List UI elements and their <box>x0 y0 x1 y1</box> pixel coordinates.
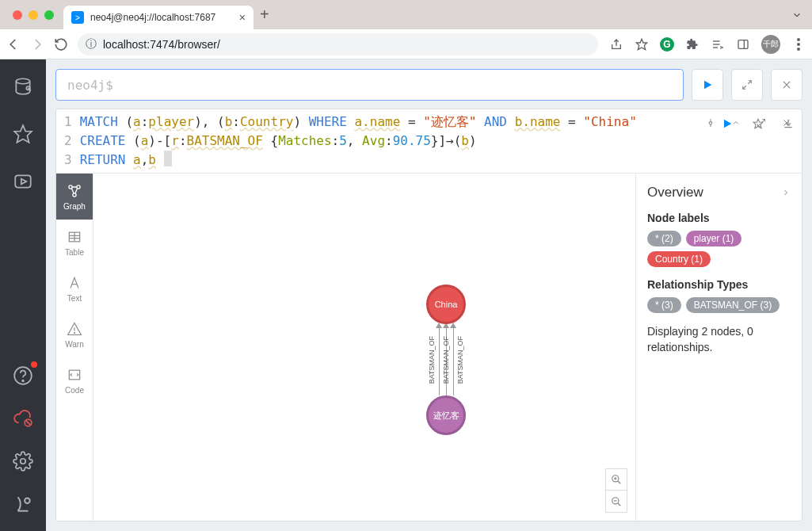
database-icon[interactable] <box>10 74 36 99</box>
neo4j-sidebar <box>0 59 46 531</box>
about-icon[interactable] <box>10 491 36 517</box>
view-tab-table[interactable]: Table <box>56 220 93 266</box>
svg-marker-11 <box>14 125 32 143</box>
settings-gear-icon[interactable] <box>10 449 36 474</box>
address-bar[interactable]: ⓘ localhost:7474/browser/ <box>78 33 598 55</box>
svg-line-53 <box>618 502 621 506</box>
tab-close-icon[interactable]: × <box>239 11 246 24</box>
profile-avatar[interactable]: 千郎 <box>761 35 780 54</box>
view-tab-graph[interactable]: Graph <box>56 174 93 220</box>
overview-title: Overview <box>647 185 703 201</box>
query-strip: neo4j$ <box>55 69 802 101</box>
query-input[interactable]: neo4j$ <box>55 69 684 101</box>
svg-marker-0 <box>636 39 646 49</box>
graph-canvas[interactable]: BATSMAN_OF BATSMAN_OF BATSMAN_OF China 迹… <box>93 174 635 521</box>
window-close[interactable] <box>13 10 22 20</box>
toolbar-right: G 千郎 <box>609 35 806 54</box>
svg-point-9 <box>16 78 29 84</box>
svg-line-17 <box>26 421 30 425</box>
relationship-edge[interactable] <box>439 324 440 395</box>
expand-icon[interactable] <box>756 117 767 128</box>
svg-point-7 <box>797 43 800 46</box>
zoom-out-button[interactable] <box>605 491 627 513</box>
view-tab-text[interactable]: Text <box>56 266 93 311</box>
browser-toolbar: ⓘ localhost:7474/browser/ G 千郎 <box>0 29 812 59</box>
overview-panel: Overview Node labels * (2)player (1)Coun… <box>635 174 802 521</box>
node-label-chips: * (2)player (1)Country (1) <box>647 231 791 267</box>
bookmark-star-icon[interactable] <box>635 37 649 52</box>
rel-type-chips: * (3)BATSMAN_OF (3) <box>647 297 791 313</box>
relationship-edge[interactable] <box>453 324 454 395</box>
playlist-icon[interactable] <box>711 37 725 52</box>
chip[interactable]: Country (1) <box>647 251 711 267</box>
view-tabs: Graph Table Text Warn <box>56 174 93 521</box>
result-frame: 1 2 3 MATCH (a:player), (b:Country) WHER… <box>55 109 802 521</box>
site-info-icon[interactable]: ⓘ <box>86 37 97 52</box>
svg-line-27 <box>758 124 761 127</box>
nav-forward-button[interactable] <box>30 37 46 52</box>
svg-point-15 <box>22 380 24 382</box>
chip[interactable]: BATSMAN_OF (3) <box>686 297 780 313</box>
relationship-label: BATSMAN_OF <box>456 336 464 384</box>
nav-reload-button[interactable] <box>54 37 70 52</box>
overview-collapse-icon[interactable] <box>781 188 791 197</box>
view-tab-code[interactable]: Code <box>56 357 93 403</box>
pin-icon[interactable] <box>705 117 716 128</box>
svg-line-22 <box>743 86 746 89</box>
svg-line-21 <box>748 81 751 84</box>
viz-row: Graph Table Text Warn <box>56 174 802 521</box>
new-tab-button[interactable]: + <box>260 6 269 24</box>
node-labels-heading: Node labels <box>647 212 791 224</box>
chip[interactable]: * (2) <box>647 231 681 246</box>
sidepanel-icon[interactable] <box>736 37 750 52</box>
tabs-collapse-icon[interactable] <box>791 10 802 21</box>
svg-rect-12 <box>15 175 31 187</box>
chip[interactable]: * (3) <box>647 297 681 313</box>
window-maximize[interactable] <box>44 10 54 20</box>
close-frame-icon[interactable] <box>781 117 792 128</box>
overview-footer: Displaying 2 nodes, 0 relationships. <box>647 324 791 355</box>
close-editor-button[interactable] <box>771 69 802 101</box>
browser-tab[interactable]: > neo4j@neo4j://localhost:7687 × <box>63 6 254 29</box>
kebab-menu-icon[interactable] <box>791 37 806 52</box>
svg-point-18 <box>21 459 26 464</box>
svg-point-8 <box>797 48 800 51</box>
nav-back-button[interactable] <box>6 37 22 52</box>
window-minimize[interactable] <box>29 10 38 20</box>
svg-point-45 <box>74 332 75 333</box>
code-body[interactable]: MATCH (a:player), (b:Country) WHERE a.na… <box>80 113 802 170</box>
query-prompt: neo4j$ <box>67 78 113 93</box>
cloud-sync-icon[interactable] <box>10 406 36 431</box>
url-text: localhost:7474/browser/ <box>103 38 220 51</box>
notification-dot <box>31 361 37 368</box>
relationship-label: BATSMAN_OF <box>428 336 436 384</box>
neo4j-content: neo4j$ <box>46 59 812 531</box>
svg-line-26 <box>762 120 765 123</box>
neo4j-app: neo4j$ <box>0 59 812 531</box>
fullscreen-button[interactable] <box>731 69 763 101</box>
graph-node-country[interactable]: China <box>426 285 466 324</box>
svg-line-37 <box>75 188 78 193</box>
favorites-star-icon[interactable] <box>10 121 36 147</box>
share-icon[interactable] <box>609 37 623 52</box>
guides-play-icon[interactable] <box>10 169 36 194</box>
help-icon[interactable] <box>10 363 36 388</box>
relationship-label: BATSMAN_OF <box>442 336 450 384</box>
svg-line-36 <box>71 188 74 193</box>
tab-favicon: > <box>71 11 84 24</box>
view-tab-warn[interactable]: Warn <box>56 311 93 357</box>
graph-node-player[interactable]: 迹忆客 <box>426 395 466 435</box>
frame-head <box>696 114 802 132</box>
line-gutter: 1 2 3 <box>56 113 80 170</box>
chip[interactable]: player (1) <box>686 231 742 246</box>
code-editor[interactable]: 1 2 3 MATCH (a:player), (b:Country) WHER… <box>56 109 802 174</box>
zoom-controls <box>605 468 627 513</box>
svg-marker-13 <box>21 179 27 185</box>
collapse-up-icon[interactable] <box>730 117 741 128</box>
browser-tab-strip: > neo4j@neo4j://localhost:7687 × + <box>0 0 812 29</box>
svg-line-50 <box>618 481 621 484</box>
grammarly-icon[interactable]: G <box>660 37 674 52</box>
run-query-button[interactable] <box>692 69 723 101</box>
extensions-icon[interactable] <box>685 37 700 52</box>
zoom-in-button[interactable] <box>605 468 627 491</box>
